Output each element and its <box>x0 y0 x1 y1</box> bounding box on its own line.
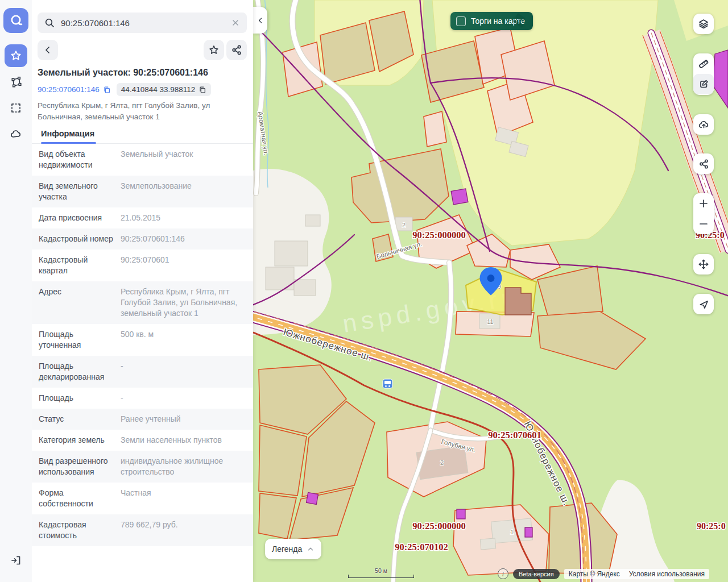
favorites-button[interactable] <box>5 44 27 67</box>
star-icon <box>208 44 220 56</box>
info-table: Вид объекта недвижимостиЗемельный участо… <box>32 144 253 546</box>
polygon-icon <box>10 76 22 88</box>
map-container: nspd.gov.ru <box>253 0 728 582</box>
house-number: 1 <box>510 529 514 535</box>
table-row: Площадь уточненная500 кв. м <box>32 324 253 356</box>
app: Земельный участок: 90:25:070601:146 90:2… <box>0 0 728 582</box>
back-chevron-icon <box>43 45 53 55</box>
table-row: Вид объекта недвижимостиЗемельный участо… <box>32 144 253 176</box>
chevron-up-icon <box>307 545 315 553</box>
table-row: Вид земельного участкаЗемлепользование <box>32 176 253 207</box>
house-number: 11 <box>487 318 493 325</box>
table-row: Кадастровая стоимость789 662,79 руб. <box>32 514 253 546</box>
star-icon <box>10 49 22 62</box>
cloud-upload-icon <box>698 119 710 131</box>
edit-icon <box>698 78 709 90</box>
login-button[interactable] <box>5 549 27 572</box>
copy-icon[interactable] <box>198 86 206 94</box>
minus-icon <box>698 218 709 230</box>
ruler-icon <box>698 58 709 69</box>
edit-button[interactable] <box>693 74 714 94</box>
table-row: Форма собственностиЧастная <box>32 483 253 514</box>
share-icon <box>698 159 709 169</box>
search-input[interactable] <box>60 18 231 28</box>
share-object-button[interactable] <box>226 40 247 60</box>
table-row: Категория земельЗемли населенных пунктов <box>32 430 253 451</box>
favorite-object-button[interactable] <box>204 40 224 60</box>
sign-in-icon <box>10 554 22 567</box>
map-copyright: Карты © Яндекс <box>569 570 620 578</box>
zoom-control <box>693 193 714 234</box>
layers-icon <box>698 18 709 30</box>
house-number: 2 <box>402 222 406 228</box>
beta-badge: Beta-версия <box>513 569 560 579</box>
trade-checkbox[interactable] <box>456 16 466 26</box>
gavel-icon <box>508 13 530 30</box>
dashed-select-icon <box>10 102 22 114</box>
table-row: СтатусРанее учтенный <box>32 409 253 430</box>
share-icon <box>231 44 242 56</box>
attribution-bar: i Beta-версия Карты © Яндекс Условия исп… <box>498 568 709 579</box>
table-row: Вид разрешенного использованияиндивидуал… <box>32 451 253 483</box>
move-icon <box>698 259 709 270</box>
ruler-button[interactable] <box>693 53 714 74</box>
cadastral-label: 90:25:000000 <box>412 521 466 531</box>
cadastral-label: 90:25:000000 <box>412 230 466 240</box>
zoom-in-button[interactable] <box>693 193 714 214</box>
tab-information[interactable]: Информация <box>41 129 94 138</box>
zoom-out-button[interactable] <box>693 214 714 234</box>
house-number: 2 <box>440 459 444 466</box>
legend-label: Легенда <box>272 544 302 554</box>
pan-button[interactable] <box>693 254 714 275</box>
layers-button[interactable] <box>693 14 714 34</box>
plus-icon <box>698 198 709 209</box>
cadastral-number-text: 90:25:070601:146 <box>38 85 100 94</box>
cadastral-number-chip[interactable]: 90:25:070601:146 <box>38 85 111 94</box>
table-row: АдресРеспублика Крым, г Ялта, пгт Голубо… <box>32 281 253 324</box>
scale-label: 50 м <box>348 567 414 574</box>
cadastral-label: 90:25:070102 <box>395 542 448 552</box>
terms-link[interactable]: Условия использования <box>629 570 705 578</box>
table-row: Площадь декларированная- <box>32 356 253 388</box>
layers-cloud-button[interactable] <box>5 123 27 146</box>
object-address: Республика Крым, г Ялта, пгт Голубой Зал… <box>38 100 220 123</box>
app-logo-icon[interactable] <box>3 8 28 33</box>
table-row: Кадастровый номер90:25:070601:146 <box>32 228 253 250</box>
clear-search-icon[interactable] <box>231 18 240 27</box>
back-button[interactable] <box>38 40 58 60</box>
map-canvas[interactable]: nspd.gov.ru <box>253 0 728 582</box>
left-rail <box>0 0 32 582</box>
table-row: Площадь- <box>32 388 253 409</box>
coordinates-chip[interactable]: 44.410844 33.988112 <box>117 83 211 96</box>
table-row: Кадастровый квартал90:25:070601 <box>32 250 253 281</box>
chevron-left-icon <box>257 16 264 24</box>
search-bar[interactable] <box>38 13 247 33</box>
info-icon[interactable]: i <box>498 568 508 579</box>
copy-icon[interactable] <box>103 86 111 94</box>
page-title: Земельный участок: 90:25:070601:146 <box>38 68 208 78</box>
trade-on-map-toggle[interactable]: Торги на карте <box>450 12 533 30</box>
coordinates-text: 44.410844 33.988112 <box>121 85 195 94</box>
cadastral-label: 90:25:070601 <box>488 430 541 440</box>
search-icon <box>44 18 55 28</box>
scale-bar: 50 м <box>348 567 414 578</box>
cloud-icon <box>10 128 22 140</box>
upload-button[interactable] <box>693 114 714 135</box>
legend-button[interactable]: Легенда <box>265 539 321 559</box>
cadastral-label: 90:25:0 <box>697 521 726 531</box>
locate-me-button[interactable] <box>693 294 714 314</box>
measure-area-button[interactable] <box>5 70 27 93</box>
select-region-button[interactable] <box>5 97 27 119</box>
bus-stop-icon <box>383 379 392 388</box>
location-arrow-icon <box>698 299 709 310</box>
collapse-panel-button[interactable] <box>253 7 267 34</box>
measure-edit-group <box>693 53 714 95</box>
table-row: Дата присвоения21.05.2015 <box>32 207 253 228</box>
share-map-button[interactable] <box>693 153 714 174</box>
object-panel: Земельный участок: 90:25:070601:146 90:2… <box>32 0 253 582</box>
